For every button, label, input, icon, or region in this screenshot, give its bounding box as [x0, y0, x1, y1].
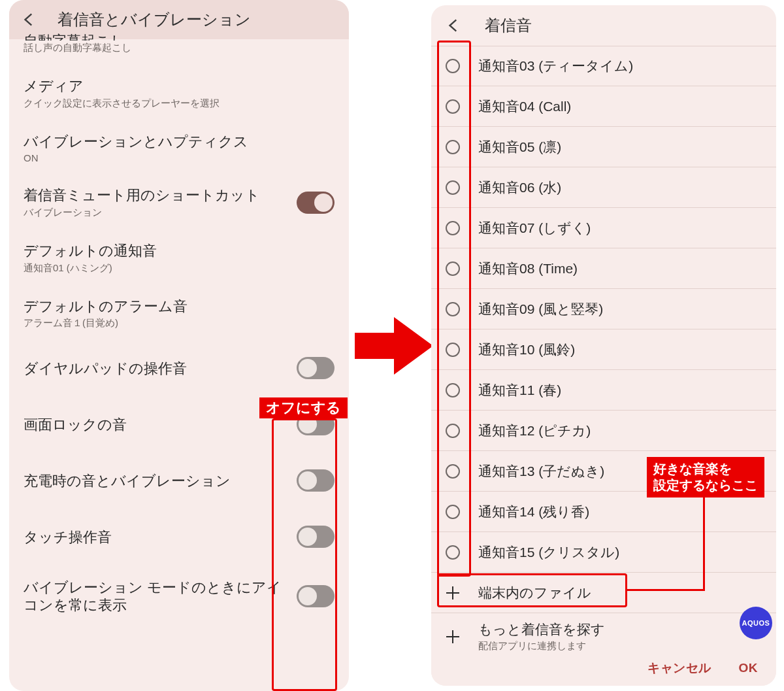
back-arrow-icon[interactable]	[21, 11, 38, 28]
setting-vibration-haptics[interactable]: バイブレーションとハプティクス ON	[9, 120, 349, 175]
back-arrow-icon[interactable]	[446, 17, 463, 34]
ringtone-row[interactable]: 通知音03 (ティータイム)	[431, 46, 776, 86]
left-page-title: 着信音とバイブレーション	[57, 9, 251, 30]
setting-media[interactable]: メディア クイック設定に表示させるプレーヤーを選択	[9, 65, 349, 120]
ringtone-label: 通知音03 (ティータイム)	[478, 57, 633, 75]
ringtone-label: 通知音13 (子だぬき)	[478, 462, 604, 480]
ringtone-row[interactable]: 通知音06 (水)	[431, 167, 776, 208]
ringtone-row[interactable]: 通知音15 (クリスタル)	[431, 532, 776, 573]
ringtone-row[interactable]: 通知音11 (春)	[431, 370, 776, 411]
ringtone-label: 通知音11 (春)	[478, 381, 561, 399]
annotation-music-label: 好きな音楽を 設定するならここ	[647, 457, 764, 497]
ringtone-row[interactable]: 通知音14 (残り香)	[431, 492, 776, 532]
ringtone-row[interactable]: 通知音10 (風鈴)	[431, 329, 776, 370]
setting-mute-shortcut[interactable]: 着信音ミュート用のショートカット バイブレーション	[9, 174, 349, 229]
ringtone-row[interactable]: 通知音05 (凛)	[431, 127, 776, 167]
setting-sub: 話し声の自動字幕起こし	[24, 42, 335, 54]
right-page-title: 着信音	[485, 15, 532, 36]
aquos-badge-icon: AQUOS	[740, 607, 772, 639]
ringtone-row[interactable]: 通知音08 (Time)	[431, 248, 776, 289]
toggle-dialpad[interactable]: ダイヤルパッドの操作音	[24, 340, 335, 396]
annotation-radio-box	[437, 41, 471, 577]
ringtone-label: 通知音10 (風鈴)	[478, 341, 575, 359]
annotation-addfile-box	[437, 573, 627, 607]
setting-default-alarm[interactable]: デフォルトのアラーム音 アラーム音１(目覚め)	[9, 285, 349, 341]
setting-auto-captions[interactable]: 自動字幕起こし 話し声の自動字幕起こし	[9, 39, 349, 65]
cancel-button[interactable]: キャンセル	[647, 660, 711, 677]
ringtone-row[interactable]: 通知音12 (ピチカ)	[431, 411, 776, 451]
annotation-off-label: オフにする	[259, 397, 348, 418]
ringtone-label: 通知音07 (しずく)	[478, 219, 591, 237]
ringtone-row[interactable]: 通知音07 (しずく)	[431, 208, 776, 248]
ringtone-label: 通知音06 (水)	[478, 178, 561, 197]
ringtone-row[interactable]: 通知音09 (風と竪琴)	[431, 289, 776, 329]
dialpad-toggle[interactable]	[297, 357, 335, 379]
plus-icon	[446, 630, 460, 644]
svg-marker-0	[355, 317, 433, 375]
annotation-connector	[703, 496, 705, 591]
ringtone-label: 通知音08 (Time)	[478, 260, 578, 278]
annotation-off-box	[272, 418, 337, 691]
ringtone-row[interactable]: 通知音04 (Call)	[431, 86, 776, 127]
ringtone-label: 通知音12 (ピチカ)	[478, 422, 591, 440]
ringtone-label: 通知音09 (風と竪琴)	[478, 300, 603, 318]
ringtone-label: 通知音14 (残り香)	[478, 503, 589, 521]
ok-button[interactable]: OK	[739, 661, 759, 675]
ringtone-label: 通知音04 (Call)	[478, 97, 571, 116]
transition-arrow-icon	[355, 313, 433, 379]
ringtone-label: 通知音05 (凛)	[478, 138, 561, 156]
annotation-connector-h	[627, 589, 705, 591]
mute-shortcut-toggle[interactable]	[297, 192, 335, 214]
dialog-footer: キャンセル OK	[431, 650, 776, 686]
setting-default-notification[interactable]: デフォルトの通知音 通知音01 (ハミング)	[9, 229, 349, 285]
ringtone-label: 通知音15 (クリスタル)	[478, 543, 619, 562]
right-app-bar: 着信音	[431, 5, 776, 46]
